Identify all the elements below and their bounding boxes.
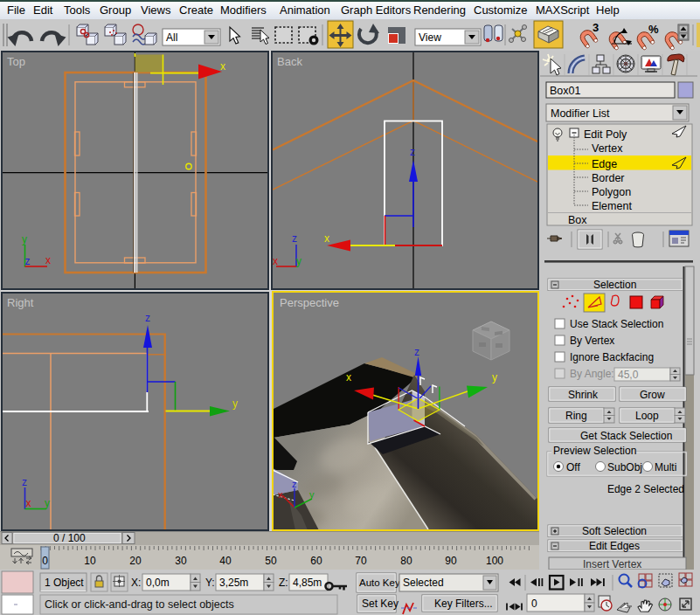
svg-text:Loop: Loop xyxy=(635,410,659,422)
svg-text:Top: Top xyxy=(7,55,25,68)
svg-text:45,0: 45,0 xyxy=(618,369,639,381)
svg-text:Vertex: Vertex xyxy=(592,142,623,155)
svg-text:y: y xyxy=(309,489,315,500)
svg-text:Get Stack Selection: Get Stack Selection xyxy=(580,430,672,442)
svg-text:x: x xyxy=(324,232,329,245)
svg-text:Key Filters...: Key Filters... xyxy=(434,598,493,610)
svg-text:Z:: Z: xyxy=(279,577,288,589)
svg-text:Edit Poly: Edit Poly xyxy=(584,128,627,141)
svg-text:Off: Off xyxy=(566,461,580,473)
svg-text:x: x xyxy=(346,371,351,384)
svg-text:Selection: Selection xyxy=(593,279,636,291)
svg-text:z: z xyxy=(145,312,150,324)
svg-text:Perspective: Perspective xyxy=(280,296,339,309)
svg-text:1 Object: 1 Object xyxy=(45,577,84,589)
svg-text:Right: Right xyxy=(7,296,34,309)
svg-text:z: z xyxy=(292,232,297,245)
svg-text:By Angle:: By Angle: xyxy=(570,368,614,380)
svg-text:Polygon: Polygon xyxy=(592,186,631,198)
svg-text:X:: X: xyxy=(131,577,141,589)
svg-text:Shrink: Shrink xyxy=(568,389,599,401)
svg-text:y: y xyxy=(22,233,27,245)
svg-text:Set Key: Set Key xyxy=(362,598,399,610)
svg-text:x: x xyxy=(26,497,31,509)
svg-text:40: 40 xyxy=(219,555,232,567)
svg-text:z: z xyxy=(292,479,297,489)
svg-text:z: z xyxy=(414,346,419,358)
svg-text:0: 0 xyxy=(531,598,537,610)
svg-text:y: y xyxy=(492,371,497,384)
svg-text:y: y xyxy=(45,497,50,509)
svg-text:60: 60 xyxy=(310,555,322,567)
svg-text:Use Stack Selection: Use Stack Selection xyxy=(570,318,663,330)
svg-text:Edge 2 Selected: Edge 2 Selected xyxy=(607,483,684,495)
svg-text:4,85m: 4,85m xyxy=(293,577,322,589)
svg-text:100: 100 xyxy=(486,555,503,567)
svg-text:80: 80 xyxy=(400,555,412,567)
svg-text:Box: Box xyxy=(568,214,587,226)
svg-text:10: 10 xyxy=(84,555,96,567)
svg-text:20: 20 xyxy=(129,555,142,567)
svg-text:SubObj: SubObj xyxy=(607,461,642,473)
svg-text:Grow: Grow xyxy=(640,389,665,401)
svg-text:Selected: Selected xyxy=(403,577,444,589)
svg-text:z: z xyxy=(22,476,27,488)
svg-text:y: y xyxy=(232,397,238,410)
svg-text:90: 90 xyxy=(445,555,457,567)
svg-text:Ignore Backfacing: Ignore Backfacing xyxy=(570,351,654,363)
svg-text:Edge: Edge xyxy=(592,158,617,170)
svg-text:Preview Selection: Preview Selection xyxy=(553,445,636,457)
svg-text:Back: Back xyxy=(277,55,302,68)
svg-text:Ring: Ring xyxy=(565,410,587,422)
svg-text:30: 30 xyxy=(175,555,187,567)
svg-text:0,0m: 0,0m xyxy=(146,577,170,589)
svg-text:z: z xyxy=(25,255,31,267)
svg-text:50: 50 xyxy=(265,555,277,567)
svg-text:x: x xyxy=(220,60,225,73)
svg-text:z: z xyxy=(410,146,415,158)
svg-text:Y:: Y: xyxy=(205,577,215,589)
svg-text:y: y xyxy=(296,255,301,267)
svg-text:x: x xyxy=(273,255,278,267)
svg-text:0 / 100: 0 / 100 xyxy=(53,532,86,544)
svg-text:Click or click-and-drag to sel: Click or click-and-drag to select object… xyxy=(45,598,234,611)
svg-text:Border: Border xyxy=(592,172,625,184)
svg-text:Modifier List: Modifier List xyxy=(551,107,610,120)
svg-text:3,25m: 3,25m xyxy=(219,577,248,589)
svg-text:x: x xyxy=(45,254,51,266)
svg-text:0: 0 xyxy=(42,555,48,567)
svg-text:70: 70 xyxy=(355,555,367,567)
svg-text:By Vertex: By Vertex xyxy=(570,335,614,347)
svg-text:Box01: Box01 xyxy=(550,85,580,97)
svg-text:Element: Element xyxy=(592,200,632,212)
svg-text:Multi: Multi xyxy=(655,461,676,473)
svg-text:Auto Key: Auto Key xyxy=(359,577,400,588)
svg-text:x: x xyxy=(278,489,283,500)
